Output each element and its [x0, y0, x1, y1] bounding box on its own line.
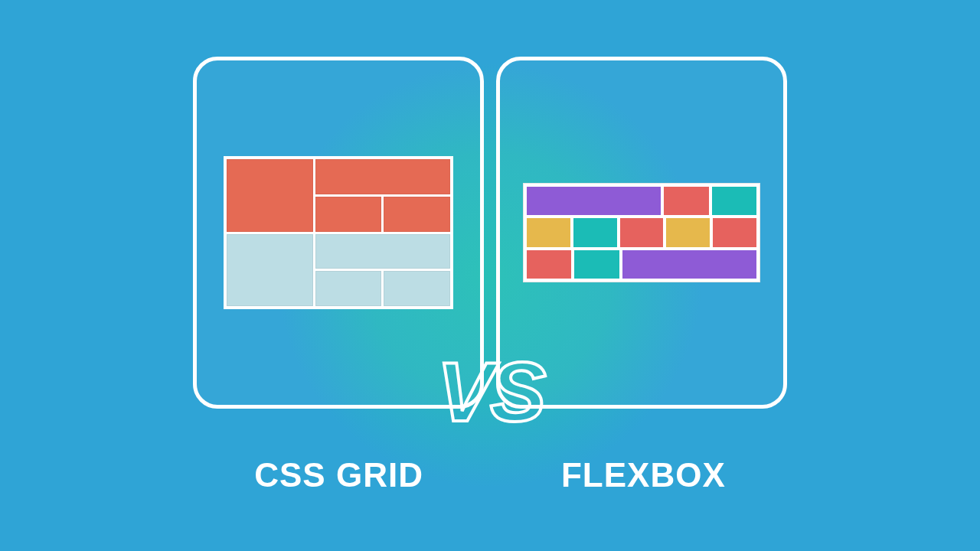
flex-row: [527, 218, 756, 246]
grid-cell: [315, 197, 382, 232]
panels-row: VS: [193, 57, 787, 409]
flex-row: [527, 187, 756, 215]
flex-cell: [527, 218, 570, 246]
caption-flexbox: FLEXBOX: [561, 456, 726, 494]
grid-cell: [227, 159, 313, 232]
flex-cell: [527, 187, 661, 215]
flexbox-demo: [523, 183, 760, 282]
captions-row: CSS GRID FLEXBOX: [254, 456, 726, 494]
flex-cell: [622, 250, 756, 279]
versus-text: VS: [437, 350, 544, 434]
grid-cell: [227, 234, 313, 307]
flex-cell: [713, 218, 756, 246]
flex-cell: [574, 250, 619, 279]
flex-cell: [664, 187, 708, 215]
versus-badge: VS: [437, 350, 544, 434]
grid-cell: [384, 197, 450, 232]
flex-cell: [573, 218, 617, 246]
flex-cell: [527, 250, 571, 279]
comparison-stage: VS CSS GRID FLEXBOX: [0, 0, 980, 551]
caption-css-grid: CSS GRID: [254, 456, 423, 494]
grid-cell: [384, 271, 450, 306]
css-grid-demo: [224, 156, 453, 309]
grid-cell: [315, 234, 450, 269]
flex-cell: [712, 187, 756, 215]
flex-cell: [620, 218, 664, 246]
grid-cell: [315, 159, 450, 194]
grid-cell: [315, 271, 382, 306]
flex-row: [527, 250, 756, 279]
flex-cell: [666, 218, 710, 246]
